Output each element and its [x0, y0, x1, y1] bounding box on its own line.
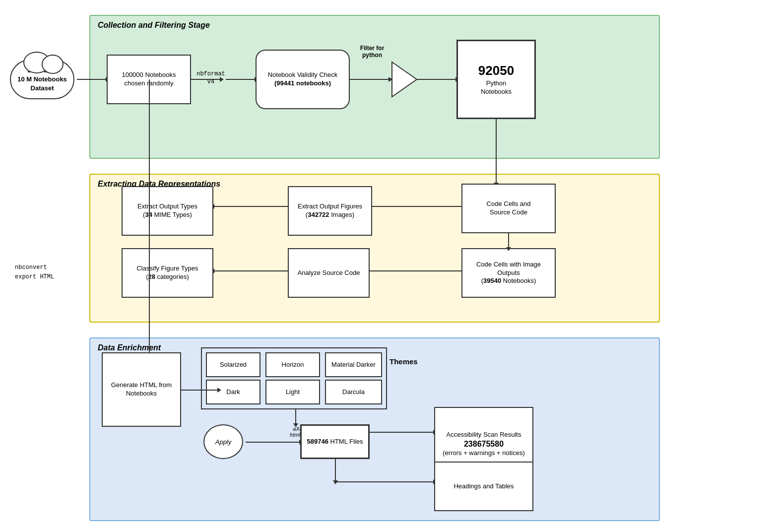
arrow-nbformat-to-validity	[226, 79, 256, 80]
code-cells-source-line2: Source Code	[490, 208, 527, 216]
headings-tables-text: Headings and Tables	[453, 482, 514, 491]
code-cells-source-box: Code Cells and Source Code	[461, 184, 556, 233]
extract-figures-line1: Extract Output Figures	[298, 202, 362, 210]
filter-label: Filter for python	[352, 45, 392, 59]
arrow-source-to-image	[508, 233, 509, 248]
python-notebooks-line3: Notebooks	[478, 88, 514, 96]
arrow-filter-to-python	[417, 79, 456, 80]
filter-triangle	[389, 60, 419, 99]
filter-line2: python	[362, 52, 382, 59]
code-cells-image-box: Code Cells with Image Outputs (39540 Not…	[461, 248, 556, 298]
python-notebooks-line2: Python	[478, 79, 514, 88]
apply-text: Apply	[215, 438, 232, 446]
arrow-htmlfiles-to-accessibility	[370, 432, 434, 433]
classify-line2: (28 categories)	[146, 273, 189, 280]
generate-html-box: Generate HTML from Notebooks	[102, 352, 181, 427]
analyze-source-text: Analyze Source Code	[298, 269, 360, 277]
nbconvert-label: nbconvert export HTML	[15, 263, 54, 282]
arrow-codeCellsImage-to-analyze	[357, 270, 461, 271]
extract-figures-box: Extract Output Figures (342722 Images)	[288, 186, 372, 236]
jetbrains-line3: Dataset	[31, 84, 54, 93]
arrow-htmlfiles-down	[335, 459, 336, 481]
extract-types-box: Extract Output Types (34 MIME Types)	[122, 186, 213, 236]
extract-figures-line2: (342722 Images)	[306, 211, 354, 218]
python-notebooks-box: 92050 Python Notebooks	[456, 40, 536, 119]
arrow-themes-to-apply	[295, 409, 296, 424]
arrow-htmlfiles-to-headings	[335, 481, 434, 482]
generate-html-text: Generate HTML from Notebooks	[107, 381, 176, 398]
arrow-python-to-codeCells	[496, 119, 497, 184]
code-cells-image-line1: Code Cells with Image Outputs	[476, 261, 541, 276]
validity-line2: (99441 notebooks)	[274, 79, 331, 87]
arrow-code-to-extract-figures	[357, 206, 461, 207]
arrow-generate-to-apply	[181, 390, 218, 391]
apply-ellipse: Apply	[203, 424, 243, 459]
nbformat-text: nbformat v4	[196, 70, 225, 85]
accessibility-line1: Accessibility Scan Results	[443, 431, 524, 439]
validity-line1: Notebook Validity Check	[268, 71, 338, 78]
arrow-jetbrains-to-notebooks	[77, 79, 107, 80]
validity-check-box: Notebook Validity Check (99441 notebooks…	[256, 50, 350, 109]
nbformat-label: nbformat v4	[194, 69, 228, 85]
accessibility-line3: (errors + warnings + notices)	[443, 449, 524, 458]
extract-types-line2: (34 MIME Types)	[143, 211, 192, 218]
headings-tables-box: Headings and Tables	[434, 462, 533, 511]
themes-label-text: Themes	[389, 357, 418, 366]
arrow-validity-to-filter	[350, 79, 389, 80]
nbconvert-line2: export HTML	[15, 272, 54, 282]
classify-figure-box: Classify Figure Types (28 categories)	[122, 248, 213, 298]
code-cells-source-line1: Code Cells and	[487, 200, 531, 207]
arrow-figures-to-types	[213, 206, 288, 207]
jetbrains-line1: JetBrains	[27, 66, 57, 75]
collection-title: Collection and Filtering Stage	[98, 21, 210, 30]
html-files-box: 589746 HTML Files	[300, 424, 370, 459]
html-files-text: 589746 HTML Files	[307, 438, 363, 446]
arrow-analyze-to-classify	[213, 270, 288, 271]
python-notebooks-count: 92050	[478, 63, 514, 79]
arrow-apply-to-htmlfiles	[246, 442, 300, 443]
accessibility-count: 238675580	[443, 439, 524, 450]
themes-group-border	[201, 347, 387, 409]
arrow-left-vertical	[149, 79, 150, 367]
filter-line1: Filter for	[360, 45, 385, 52]
extract-types-line1: Extract Output Types	[137, 202, 197, 210]
analyze-source-box: Analyze Source Code	[288, 248, 370, 298]
code-cells-image-line2: (39540 Notebooks)	[481, 277, 536, 284]
nbconvert-line1: nbconvert	[15, 263, 54, 272]
classify-line1: Classify Figure Types	[136, 265, 198, 272]
svg-marker-0	[392, 62, 417, 97]
jetbrains-line2: 10 M Notebooks	[17, 75, 67, 84]
enrichment-title: Data Enrichment	[98, 343, 161, 352]
jetbrains-cloud: JetBrains 10 M Notebooks Dataset	[10, 60, 74, 99]
diagram-container: Collection and Filtering Stage Extractin…	[0, 0, 777, 532]
